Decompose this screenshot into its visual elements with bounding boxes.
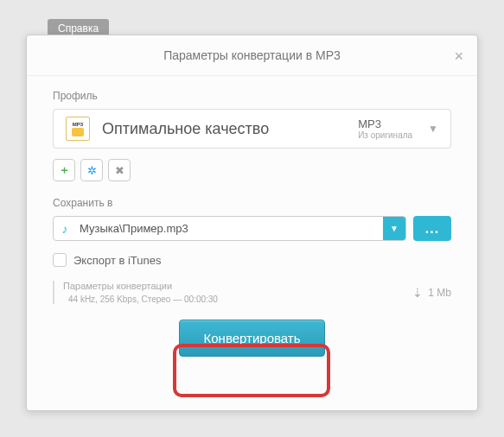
path-dropdown-button[interactable]: ▼ [383,217,405,240]
profile-format: MP3 Из оригинала [358,117,412,140]
dialog-title: Параметры конвертации в MP3 [163,48,341,62]
profile-selector[interactable]: MP3 Оптимальное качество MP3 Из оригинал… [53,109,451,149]
convert-wrap: Конвертировать [53,320,451,357]
settings-button[interactable]: ✲ [80,159,103,181]
delete-profile-button[interactable]: ✖ [108,159,131,181]
profile-actions: ＋ ✲ ✖ [53,159,451,181]
save-label: Сохранить в [53,197,451,209]
export-itunes-row: Экспорт в iTunes [53,253,451,267]
music-note-icon: ♪ [54,217,76,240]
size-info: ⇣ 1 Mb [412,286,451,300]
export-itunes-checkbox[interactable] [53,253,67,267]
params-section: Параметры конвертации 44 kHz, 256 Kbps, … [53,281,451,304]
add-profile-button[interactable]: ＋ [53,159,75,181]
profile-name: Оптимальное качество [102,120,358,138]
save-input-wrap: ♪ ▼ [53,216,406,241]
export-itunes-label: Экспорт в iTunes [73,254,162,267]
mp3-icon: MP3 [66,117,90,141]
file-size: 1 Mb [428,287,451,299]
dialog-body: Профиль MP3 Оптимальное качество MP3 Из … [27,76,477,370]
download-icon: ⇣ [412,286,423,300]
convert-button[interactable]: Конвертировать [179,320,326,357]
conversion-dialog: Параметры конвертации в MP3 × Профиль MP… [26,35,478,411]
params-detail: 44 kHz, 256 Kbps, Стерео — 00:00:30 [63,294,451,304]
chevron-down-icon: ▼ [428,123,438,135]
profile-label: Профиль [53,90,451,102]
browse-button[interactable]: ... [413,216,451,241]
save-path-input[interactable] [76,217,383,240]
params-title: Параметры конвертации [63,281,451,291]
close-icon[interactable]: × [454,48,463,66]
save-row: ♪ ▼ ... [53,216,451,241]
dialog-header: Параметры конвертации в MP3 × [27,35,477,76]
